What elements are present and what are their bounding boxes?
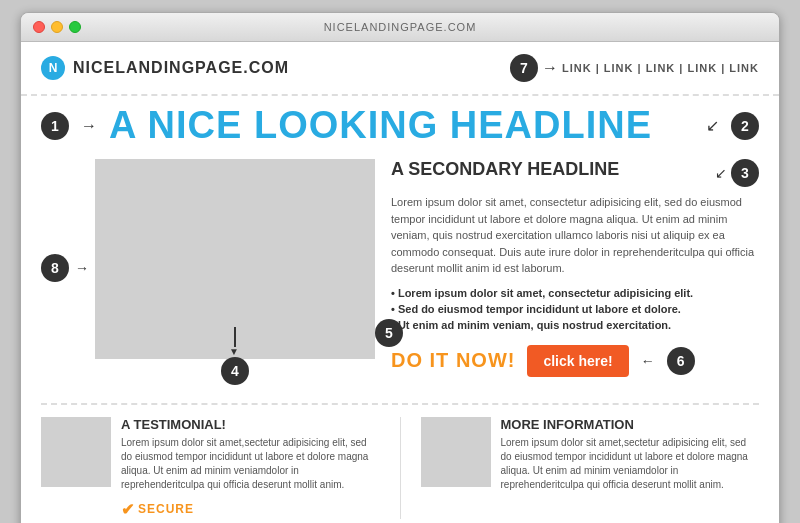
testimonial-body: Lorem ipsum dolor sit amet,sectetur adip… — [121, 436, 380, 492]
label-8-area: 8 → — [41, 159, 89, 377]
label-3-area: ↙ 3 — [715, 159, 759, 187]
label-3-badge: 3 — [731, 159, 759, 187]
logo-icon: N — [41, 56, 65, 80]
click-here-button[interactable]: click here! — [527, 345, 628, 377]
bottom-section: A TESTIMONIAL! Lorem ipsum dolor sit ame… — [41, 403, 759, 519]
label-9-area: ◀ 9 ▶ — [21, 519, 779, 524]
hero-image-wrap: 4 5 — [95, 159, 375, 377]
browser-window: NICELANDINGPAGE.COM N NICELANDINGPAGE.CO… — [20, 12, 780, 523]
secure-badge: ✔ SECURE — [121, 500, 380, 519]
right-content: A SECONDARY HEADLINE ↙ 3 Lorem ipsum dol… — [391, 159, 759, 377]
logo-area: N NICELANDINGPAGE.COM — [41, 56, 289, 80]
body-paragraph: Lorem ipsum dolor sit amet, consectetur … — [391, 194, 759, 277]
label-7-badge: 7 — [510, 54, 538, 82]
minimize-button[interactable] — [51, 21, 63, 33]
testimonial-image — [41, 417, 111, 487]
label-8-badge: 8 — [41, 254, 69, 282]
arrow-2-icon: ↙ — [706, 116, 719, 135]
check-icon: ✔ — [121, 500, 134, 519]
testimonial-block: A TESTIMONIAL! Lorem ipsum dolor sit ame… — [41, 417, 380, 519]
label-4-badge: 4 — [221, 357, 249, 385]
cta-area: DO IT NOW! click here! ← 6 — [391, 345, 759, 377]
body-paragraph-text: Lorem ipsum dolor sit amet, consectetur … — [391, 196, 754, 274]
arrow-4-icon — [234, 327, 236, 347]
bullet-item-2: Sed do eiusmod tempor incididunt ut labo… — [391, 301, 759, 317]
arrow-8-icon: → — [75, 260, 89, 276]
arrow-right-icon: → — [542, 59, 558, 77]
testimonial-text: A TESTIMONIAL! Lorem ipsum dolor sit ame… — [121, 417, 380, 519]
site-header: N NICELANDINGPAGE.COM 7 → LINK | LINK | … — [21, 42, 779, 96]
bullet-item-3: Ut enim ad minim veniam, quis nostrud ex… — [391, 317, 759, 333]
label-4-area: 4 — [221, 327, 249, 385]
label-1-badge: 1 — [41, 112, 69, 140]
arrow-1-icon: → — [81, 117, 97, 135]
secondary-headline-row: A SECONDARY HEADLINE ↙ 3 — [391, 159, 759, 188]
browser-titlebar: NICELANDINGPAGE.COM — [21, 13, 779, 42]
label-2-badge: 2 — [731, 112, 759, 140]
left-content-wrap: 8 → 4 5 — [41, 159, 375, 377]
info-body: Lorem ipsum dolor sit amet,sectetur adip… — [501, 436, 760, 492]
info-image — [421, 417, 491, 487]
main-headline: A NICE LOOKING HEADLINE — [109, 104, 694, 147]
info-title: MORE INFORMATION — [501, 417, 760, 432]
traffic-lights — [33, 21, 81, 33]
section-divider — [400, 417, 401, 519]
logo-text: NICELANDINGPAGE.COM — [73, 59, 289, 77]
label-6-badge: 6 — [667, 347, 695, 375]
main-content: 8 → 4 5 — [21, 151, 779, 385]
close-button[interactable] — [33, 21, 45, 33]
page-content: N NICELANDINGPAGE.COM 7 → LINK | LINK | … — [21, 42, 779, 523]
headline-section: 1 → A NICE LOOKING HEADLINE ↙ 2 — [21, 96, 779, 151]
info-text: MORE INFORMATION Lorem ipsum dolor sit a… — [501, 417, 760, 519]
arrow-3-icon: ↙ — [715, 165, 727, 181]
nav-links: LINK | LINK | LINK | LINK | LINK — [562, 62, 759, 74]
bullet-list: Lorem ipsum dolor sit amet, consectetur … — [391, 285, 759, 333]
info-block: MORE INFORMATION Lorem ipsum dolor sit a… — [421, 417, 760, 519]
secure-text: SECURE — [138, 502, 194, 516]
nav-area: 7 → LINK | LINK | LINK | LINK | LINK — [510, 54, 759, 82]
arrow-6-icon: ← — [641, 353, 655, 369]
secondary-headline: A SECONDARY HEADLINE — [391, 159, 619, 180]
browser-url: NICELANDINGPAGE.COM — [324, 21, 477, 33]
bullet-item-1: Lorem ipsum dolor sit amet, consectetur … — [391, 285, 759, 301]
testimonial-title: A TESTIMONIAL! — [121, 417, 380, 432]
do-it-now-label: DO IT NOW! — [391, 349, 515, 372]
maximize-button[interactable] — [69, 21, 81, 33]
